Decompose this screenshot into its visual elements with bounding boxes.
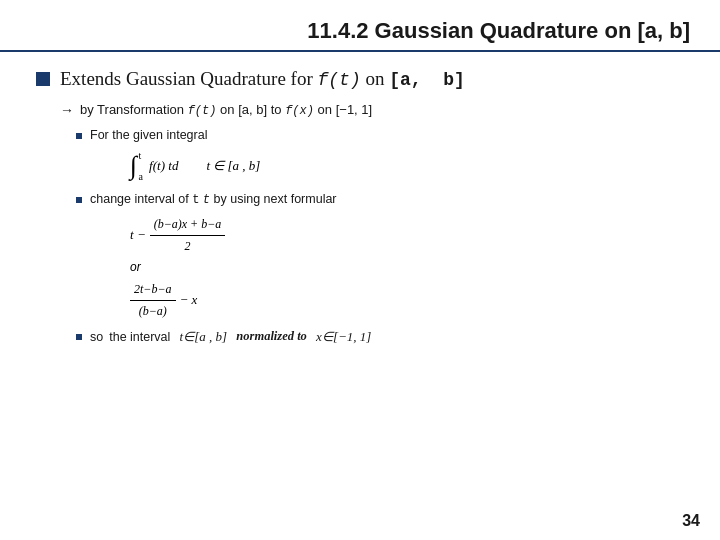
sub-text-1: For the given integral bbox=[90, 128, 207, 142]
arrow-icon: → bbox=[60, 102, 74, 118]
extends-label: Extends Gaussian Quadrature for bbox=[60, 68, 313, 89]
frac2-suffix: − x bbox=[180, 290, 198, 311]
integral-display: ∫ t a f(t) td t ∈ [a , b] bbox=[130, 150, 684, 182]
page-title: 11.4.2 Gaussian Quadrature on [a, b] bbox=[307, 18, 690, 43]
integral-expr: ∫ t a f(t) td bbox=[130, 150, 178, 182]
sub-text-2: change interval of t t by using next for… bbox=[90, 192, 337, 207]
t-variable: t bbox=[192, 193, 199, 207]
on-label: on bbox=[365, 68, 384, 89]
integral-upper: t bbox=[138, 150, 142, 161]
integral-symbol-icon: ∫ bbox=[130, 153, 137, 179]
arrow-text: by Transformation f(t) on [a, b] to f(x)… bbox=[80, 102, 372, 118]
fraction-2: 2t−b−a (b−a) bbox=[130, 280, 176, 321]
page: 11.4.2 Gaussian Quadrature on [a, b] Ext… bbox=[0, 0, 720, 540]
sub-bullet-1: For the given integral bbox=[76, 128, 684, 142]
frac1-numerator: (b−a)x + b−a bbox=[150, 215, 226, 236]
header: 11.4.2 Gaussian Quadrature on [a, b] bbox=[0, 0, 720, 52]
sub-bullet-2: change interval of t t by using next for… bbox=[76, 192, 684, 207]
sub-section: For the given integral ∫ t a f(t) td bbox=[76, 128, 684, 345]
interval-x: x∈[−1, 1] bbox=[313, 329, 371, 345]
bracket-label: [a, b] bbox=[389, 70, 465, 90]
integrand: f(t) td bbox=[149, 158, 178, 173]
arrow-item: → by Transformation f(t) on [a, b] to f(… bbox=[60, 102, 684, 118]
formula-line-1: t − (b−a)x + b−a 2 bbox=[130, 215, 684, 256]
integral-block: ∫ t a f(t) td t ∈ [a , b] bbox=[130, 150, 684, 182]
or-label: or bbox=[130, 258, 684, 277]
formula-block: t − (b−a)x + b−a 2 or 2t−b−a (b−a) − x bbox=[130, 215, 684, 321]
ft-label: f(t) bbox=[317, 70, 360, 90]
page-number: 34 bbox=[682, 512, 700, 530]
integral-lower: a bbox=[138, 171, 142, 182]
sub-marker-3-icon bbox=[76, 334, 82, 340]
integral-set: t ∈ [a , b] bbox=[206, 158, 260, 174]
frac1-denominator: 2 bbox=[180, 236, 194, 256]
sub-text-3: so the interval t∈[a , b] normalized to … bbox=[90, 329, 371, 345]
frac2-numerator: 2t−b−a bbox=[130, 280, 176, 301]
sub-marker-2-icon bbox=[76, 197, 82, 203]
formula-line-2: 2t−b−a (b−a) − x bbox=[130, 280, 684, 321]
sub-bullet-3: so the interval t∈[a , b] normalized to … bbox=[76, 329, 684, 345]
fraction-1: (b−a)x + b−a 2 bbox=[150, 215, 226, 256]
main-bullet-text: Extends Gaussian Quadrature for f(t) on … bbox=[60, 68, 465, 90]
frac2-denominator: (b−a) bbox=[135, 301, 171, 321]
sub-marker-1-icon bbox=[76, 133, 82, 139]
interval-t: t∈[a , b] bbox=[176, 329, 230, 345]
bullet-square-icon bbox=[36, 72, 50, 86]
main-bullet: Extends Gaussian Quadrature for f(t) on … bbox=[36, 68, 684, 90]
normalized-label: normalized to bbox=[236, 329, 307, 344]
main-content: Extends Gaussian Quadrature for f(t) on … bbox=[0, 52, 720, 363]
